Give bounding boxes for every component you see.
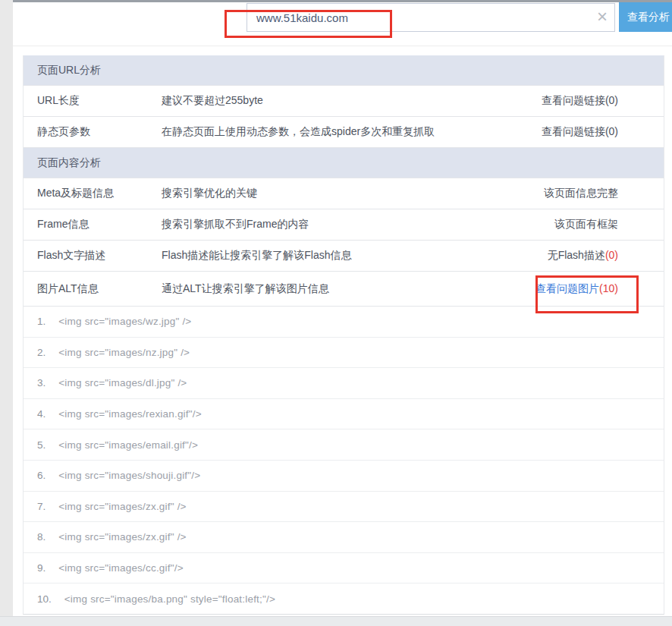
image-list-item: 2. <img src="images/nz.jpg" /> [24, 338, 664, 369]
image-code: <img src="images/rexian.gif"/> [58, 408, 202, 420]
table-row-meta-title: Meta及标题信息 搜索引擎优化的关键 该页面信息完整 [24, 178, 664, 209]
top-divider-bar [13, 0, 672, 2]
section-header-content-analysis: 页面内容分析 [24, 148, 664, 178]
row-value: 该页面有框架 [554, 218, 664, 231]
image-list-item: 5. <img src="images/email.gif"/> [24, 429, 664, 461]
table-row-image-alt-info: 图片ALT信息 通过ALT让搜索引擎了解该图片信息 查看问题图片(10) [24, 272, 664, 307]
image-index: 7. [37, 501, 46, 512]
image-index: 9. [37, 562, 46, 574]
row-value[interactable]: 查看问题链接(0) [542, 125, 664, 139]
section-title: 页面URL分析 [37, 64, 101, 77]
table-row-flash-description: Flash文字描述 Flash描述能让搜索引擎了解该Flash信息 无Flash… [24, 241, 664, 272]
image-index: 2. [37, 347, 46, 358]
image-code: <img src="images/zx.gif" /> [58, 531, 186, 543]
clear-icon[interactable]: × [590, 5, 614, 29]
row-description: 建议不要超过255byte [162, 94, 542, 108]
row-value-text: 查看问题链接(0) [542, 94, 618, 106]
image-list-item: 10. <img src="images/ba.png" style="floa… [24, 584, 664, 615]
image-index: 3. [37, 377, 46, 388]
row-description: Flash描述能让搜索引擎了解该Flash信息 [162, 249, 548, 263]
image-list-item: 1. <img src="images/wz.jpg" /> [24, 307, 664, 338]
row-label: URL长度 [37, 94, 162, 108]
search-section-divider [13, 46, 672, 46]
row-label: Flash文字描述 [37, 249, 162, 263]
image-list-item: 9. <img src="images/cc.gif"/> [24, 553, 664, 584]
row-value-text: 无Flash描述 [548, 249, 605, 261]
row-value-text: 查看问题图片 [535, 282, 599, 294]
image-index: 10. [37, 593, 52, 605]
section-title: 页面内容分析 [37, 156, 101, 170]
image-code: <img src="images/wz.jpg" /> [58, 316, 191, 327]
analysis-table: 页面URL分析 URL长度 建议不要超过255byte 查看问题链接(0) 静态… [23, 55, 664, 615]
row-label: Meta及标题信息 [37, 187, 162, 200]
image-index: 8. [37, 531, 46, 543]
row-label: 静态页参数 [37, 125, 162, 139]
table-row-static-page-params: 静态页参数 在静态页面上使用动态参数，会造成spider多次和重复抓取 查看问题… [24, 117, 664, 148]
row-description: 在静态页面上使用动态参数，会造成spider多次和重复抓取 [162, 125, 542, 139]
bottom-page-margin [0, 616, 672, 626]
view-analysis-button[interactable]: 查看分析 [619, 2, 672, 32]
image-code: <img src="images/nz.jpg" /> [58, 347, 190, 358]
url-search-input[interactable] [247, 3, 615, 32]
row-value: 无Flash描述(0) [548, 249, 664, 263]
row-value-text: 该页面有框架 [554, 218, 618, 230]
image-code: <img src="images/zx.gif" /> [58, 501, 186, 512]
image-index: 5. [37, 439, 46, 451]
image-code: <img src="images/email.gif"/> [58, 439, 198, 451]
image-index: 4. [37, 408, 46, 420]
row-value[interactable]: 查看问题链接(0) [542, 94, 664, 108]
image-code: <img src="images/ba.png" style="float:le… [64, 593, 275, 605]
image-list-item: 6. <img src="images/shouji.gif"/> [24, 461, 664, 492]
row-value-text: 该页面信息完整 [544, 187, 618, 199]
left-page-margin [0, 0, 13, 626]
row-description: 搜索引擎抓取不到Frame的内容 [162, 218, 554, 231]
image-code: <img src="images/dl.jpg" /> [58, 377, 187, 388]
row-label: Frame信息 [37, 218, 162, 231]
row-value-count: (0) [605, 249, 618, 261]
row-description: 通过ALT让搜索引擎了解该图片信息 [162, 282, 535, 296]
row-description: 搜索引擎优化的关键 [162, 187, 544, 200]
image-index: 6. [37, 470, 46, 481]
row-value-text: 查看问题链接(0) [542, 125, 618, 137]
view-problem-images-link[interactable]: 查看问题图片(10) [535, 282, 664, 296]
table-row-frame-info: Frame信息 搜索引擎抓取不到Frame的内容 该页面有框架 [24, 209, 664, 241]
row-value-count: (10) [599, 282, 618, 294]
table-row-url-length: URL长度 建议不要超过255byte 查看问题链接(0) [24, 86, 664, 117]
row-value: 该页面信息完整 [544, 187, 664, 200]
image-list-item: 8. <img src="images/zx.gif" /> [24, 522, 664, 553]
image-code: <img src="images/cc.gif"/> [58, 562, 183, 574]
image-list-item: 7. <img src="images/zx.gif" /> [24, 492, 664, 523]
image-list-item: 4. <img src="images/rexian.gif"/> [24, 399, 664, 430]
row-label: 图片ALT信息 [37, 282, 162, 296]
section-header-url-analysis: 页面URL分析 [24, 55, 664, 86]
image-code: <img src="images/shouji.gif"/> [58, 470, 200, 481]
image-list-item: 3. <img src="images/dl.jpg" /> [24, 368, 664, 399]
image-index: 1. [37, 316, 46, 327]
